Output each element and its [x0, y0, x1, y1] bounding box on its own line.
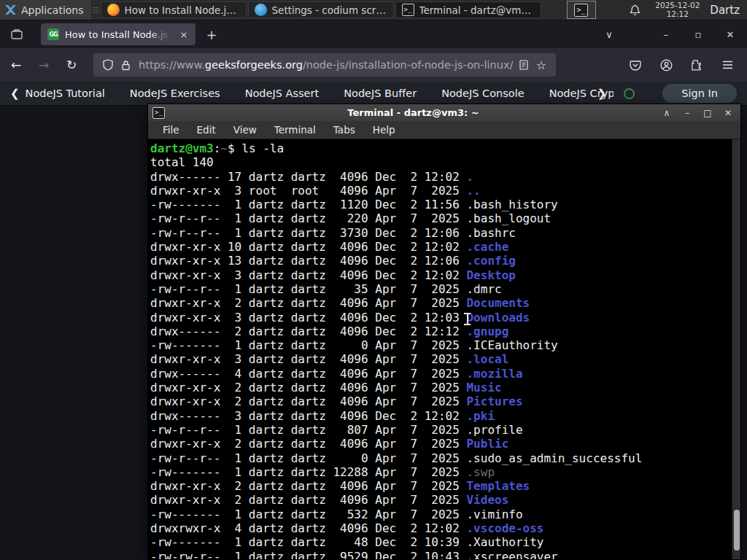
- nav-link-nodejs-assert[interactable]: NodeJS Assert: [245, 88, 320, 99]
- file-name: .xscreensaver: [466, 550, 557, 559]
- file-name: Downloads: [466, 311, 530, 324]
- file-name: Music: [466, 381, 501, 394]
- reader-mode-icon[interactable]: [515, 60, 533, 70]
- terminal-line: drwx------ 2 dartz dartz 4096 Dec 2 12:1…: [150, 324, 730, 338]
- terminal-line: -rw-r--r-- 1 dartz dartz 3730 Dec 2 12:0…: [150, 226, 730, 240]
- terminal-shade-button[interactable]: ∧: [662, 108, 672, 118]
- top-panel: Applications How to Install Node.js o...…: [0, 0, 747, 20]
- file-name: Videos: [466, 493, 508, 507]
- tab-list-chevron-icon[interactable]: ∨: [603, 29, 616, 40]
- extensions-puzzle-icon[interactable]: [686, 54, 708, 76]
- terminal-menu-edit[interactable]: Edit: [188, 124, 225, 136]
- terminal-line: drwxr-xr-x 13 dartz dartz 4096 Dec 2 12:…: [150, 254, 730, 268]
- terminal-menu-tabs[interactable]: Tabs: [325, 124, 364, 136]
- terminal-line: drwxrwxr-x 4 dartz dartz 4096 Dec 2 12:0…: [150, 521, 730, 535]
- terminal-total-line: total 140: [150, 155, 730, 169]
- terminal-scrollbar-thumb[interactable]: [734, 510, 740, 551]
- window-minimize-button[interactable]: –: [659, 29, 673, 40]
- terminal-line: -rw------- 1 dartz dartz 0 Apr 7 2025 .I…: [150, 338, 730, 352]
- window-button-label: Settings - codium script...: [272, 4, 387, 16]
- terminal-line: drwx------ 4 dartz dartz 4096 Apr 7 2025…: [150, 367, 730, 381]
- terminal-line: drwx------ 17 dartz dartz 4096 Dec 2 12:…: [150, 170, 730, 184]
- bookmark-star-icon[interactable]: ☆: [533, 58, 550, 72]
- hamburger-menu-icon[interactable]: [716, 54, 738, 76]
- tab-close-icon[interactable]: ×: [177, 27, 191, 42]
- shield-icon: [99, 59, 117, 71]
- file-name: .profile: [466, 423, 522, 437]
- url-bar[interactable]: https://www.geeksforgeeks.org/node-js/in…: [93, 53, 556, 77]
- terminal-scrollbar[interactable]: [732, 139, 740, 559]
- terminal-window: >_ Terminal - dartz@vm3: ~ ∧ – □ ✕ FileE…: [147, 104, 741, 560]
- terminal-menu-view[interactable]: View: [225, 124, 266, 136]
- file-name: .vscode-oss: [466, 521, 543, 535]
- terminal-launcher-button[interactable]: >_: [567, 1, 596, 19]
- terminal-line: drwxr-xr-x 3 root root 4096 Apr 7 2025 .…: [150, 184, 730, 198]
- panel-window-button[interactable]: >_Terminal - dartz@vm3: ~: [395, 1, 541, 18]
- window-close-button[interactable]: ✕: [724, 29, 737, 40]
- terminal-minimize-button[interactable]: –: [682, 108, 692, 118]
- nav-link-nodejs-console[interactable]: NodeJS Console: [441, 88, 525, 99]
- terminal-menu-help[interactable]: Help: [364, 124, 404, 136]
- panel-time: 12:12: [667, 10, 689, 19]
- file-name: Templates: [466, 479, 530, 493]
- file-name: Public: [466, 437, 508, 451]
- terminal-window-title: Terminal - dartz@vm3: ~: [165, 107, 662, 118]
- panel-window-button[interactable]: How to Install Node.js o...: [101, 1, 247, 18]
- sign-in-button[interactable]: Sign In: [662, 84, 737, 103]
- notifications-button[interactable]: [621, 0, 649, 20]
- new-tab-button[interactable]: +: [201, 24, 222, 44]
- firefox-view-button[interactable]: [6, 24, 28, 44]
- panel-window-button[interactable]: Settings - codium script...: [248, 1, 394, 18]
- file-name: .sudo_as_admin_successful: [466, 451, 642, 465]
- terminal-content[interactable]: dartz@vm3:~$ ls -la total 140 drwx------…: [148, 139, 740, 559]
- lock-icon[interactable]: [117, 60, 134, 71]
- panel-user-menu[interactable]: Dartz: [705, 0, 747, 20]
- nav-scroll-left-icon[interactable]: ❮: [0, 87, 26, 100]
- nav-scroll-right-icon[interactable]: ❯: [597, 87, 611, 100]
- window-button-label: How to Install Node.js o...: [125, 4, 240, 16]
- tab-geeksforgeeks[interactable]: GG How to Install Node.js on ×: [41, 23, 196, 45]
- terminal-line: -rw-rw-r-- 1 dartz dartz 9529 Dec 2 10:4…: [150, 550, 730, 559]
- url-host: geeksforgeeks.org: [205, 59, 303, 71]
- file-name: .local: [466, 352, 508, 366]
- prompt-command: $ ls -la: [228, 141, 284, 155]
- terminal-launcher-icon: >_: [574, 4, 588, 17]
- terminal-maximize-button[interactable]: □: [703, 108, 713, 118]
- bell-icon: [630, 4, 640, 16]
- terminal-close-button[interactable]: ✕: [723, 108, 733, 118]
- applications-menu-button[interactable]: Applications: [0, 0, 91, 20]
- file-name: Documents: [466, 296, 530, 310]
- terminal-line: drwxr-xr-x 3 dartz dartz 4096 Dec 2 12:0…: [150, 311, 730, 324]
- back-button[interactable]: ←: [4, 53, 28, 77]
- terminal-line: drwxr-xr-x 2 dartz dartz 4096 Apr 7 2025…: [150, 479, 730, 493]
- terminal-line: -rw------- 1 dartz dartz 48 Dec 2 10:39 …: [150, 535, 730, 549]
- pocket-icon[interactable]: [624, 54, 646, 76]
- terminal-line: drwxr-xr-x 2 dartz dartz 4096 Apr 7 2025…: [150, 381, 730, 394]
- terminal-menu-file[interactable]: File: [154, 124, 188, 136]
- window-maximize-button[interactable]: ▫: [692, 29, 705, 40]
- file-name: .: [466, 170, 473, 184]
- terminal-caption-buttons: ∧ – □ ✕: [662, 108, 736, 118]
- nav-link-nodejs-exercises[interactable]: NodeJS Exercises: [130, 88, 220, 99]
- search-icon[interactable]: [624, 88, 635, 99]
- geeksforgeeks-favicon: GG: [47, 28, 59, 40]
- panel-clock[interactable]: 2025-12-02 12:12: [649, 0, 705, 20]
- file-name: .bash_logout: [466, 211, 551, 225]
- file-name: .config: [466, 254, 515, 268]
- terminal-line: drwxr-xr-x 3 dartz dartz 4096 Apr 7 2025…: [150, 352, 730, 366]
- file-name: Desktop: [466, 268, 515, 282]
- nav-link-nodejs-buffer[interactable]: NodeJS Buffer: [344, 88, 417, 99]
- url-scheme: https://www.: [139, 59, 205, 71]
- reload-button[interactable]: ↻: [60, 53, 83, 77]
- file-name: ..: [466, 184, 480, 198]
- toolbar-right-icons: [624, 54, 747, 76]
- terminal-menu-terminal[interactable]: Terminal: [266, 124, 325, 136]
- panel-date: 2025-12-02: [655, 1, 700, 10]
- forward-button[interactable]: →: [32, 53, 55, 77]
- account-icon[interactable]: [655, 54, 677, 76]
- nav-link-nodejs-tutorial[interactable]: NodeJS Tutorial: [26, 88, 105, 99]
- site-nav-items: NodeJS TutorialNodeJS ExercisesNodeJS As…: [26, 88, 614, 99]
- file-name: .pki: [466, 409, 495, 423]
- terminal-titlebar[interactable]: >_ Terminal - dartz@vm3: ~ ∧ – □ ✕: [148, 104, 740, 121]
- url-path: /node-js/installation-of-node-js-on-linu…: [303, 59, 513, 71]
